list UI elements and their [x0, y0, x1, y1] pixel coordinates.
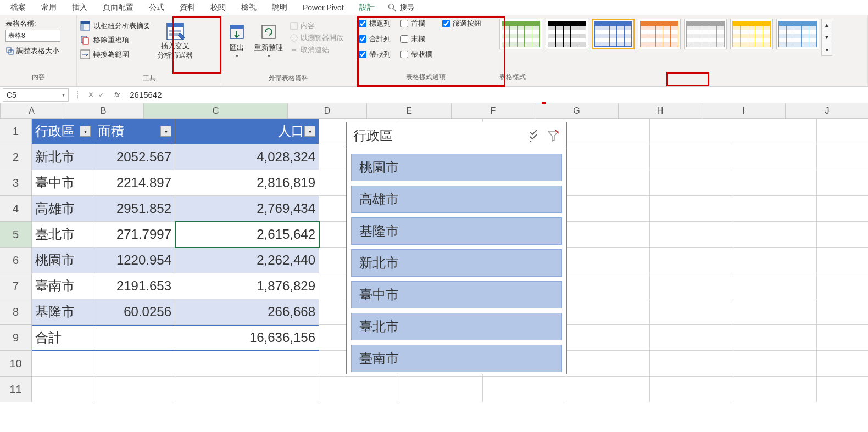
gallery-down-button[interactable]: ▼: [822, 31, 832, 43]
menu-home[interactable]: 常用: [34, 1, 64, 15]
row-header-9[interactable]: 9: [0, 325, 32, 351]
cell[interactable]: [817, 299, 868, 325]
cell[interactable]: [650, 119, 733, 144]
cell[interactable]: [650, 299, 733, 325]
cell[interactable]: [733, 144, 817, 170]
table-style-thumb[interactable]: [499, 19, 542, 49]
cell[interactable]: [817, 273, 868, 299]
cell[interactable]: [175, 351, 319, 377]
cell[interactable]: [566, 119, 650, 144]
menu-help[interactable]: 說明: [264, 1, 295, 15]
cell[interactable]: [566, 299, 650, 325]
cell-area[interactable]: 2214.897: [94, 170, 175, 196]
cell[interactable]: [566, 144, 650, 170]
table-style-thumb[interactable]: [546, 19, 588, 49]
cell[interactable]: [94, 351, 175, 377]
table-name-input[interactable]: 表格8: [5, 30, 60, 42]
column-header-D[interactable]: D: [288, 103, 367, 119]
menu-page-layout[interactable]: 頁面配置: [95, 1, 141, 15]
cell[interactable]: [650, 196, 733, 222]
column-header-B[interactable]: B: [63, 103, 144, 119]
column-header-A[interactable]: A: [1, 103, 63, 119]
cell-area[interactable]: 2951.852: [94, 196, 175, 222]
cell[interactable]: [733, 351, 817, 377]
cell[interactable]: [733, 273, 817, 299]
row-header-10[interactable]: 10: [0, 351, 32, 377]
cell[interactable]: [817, 325, 868, 351]
cell-total-area[interactable]: [94, 325, 175, 351]
cell[interactable]: [817, 248, 868, 273]
cell[interactable]: [817, 377, 868, 402]
resize-table-button[interactable]: 調整表格大小: [5, 46, 59, 56]
filter-button-checkbox[interactable]: 篩選按鈕: [442, 19, 481, 29]
slicer-item[interactable]: 高雄市: [351, 186, 562, 213]
cell[interactable]: [733, 196, 817, 222]
cell[interactable]: [650, 351, 733, 377]
table-header-population[interactable]: 人口▾: [175, 119, 319, 144]
column-header-F[interactable]: F: [452, 103, 535, 119]
name-box[interactable]: C5 ▾: [3, 88, 69, 102]
row-header-3[interactable]: 3: [0, 170, 32, 196]
cell[interactable]: [817, 351, 868, 377]
cell[interactable]: [398, 377, 483, 402]
first-col-checkbox[interactable]: 首欄: [400, 19, 432, 29]
cell[interactable]: [483, 377, 566, 402]
cell[interactable]: [817, 196, 868, 222]
cell-area[interactable]: 60.0256: [94, 299, 175, 325]
fx-icon[interactable]: fx: [109, 91, 125, 99]
cell-population[interactable]: 2,615,642: [175, 222, 319, 248]
cell[interactable]: [650, 377, 733, 402]
slicer-item[interactable]: 桃園市: [351, 154, 562, 181]
menu-power-pivot[interactable]: Power Pivot: [295, 1, 352, 14]
cell[interactable]: [817, 144, 868, 170]
cell[interactable]: [32, 377, 94, 402]
cell-population[interactable]: 4,028,324: [175, 144, 319, 170]
column-header-H[interactable]: H: [619, 103, 702, 119]
cell[interactable]: [319, 377, 398, 402]
cell[interactable]: [566, 325, 650, 351]
cell[interactable]: [733, 377, 817, 402]
cell[interactable]: [566, 170, 650, 196]
cell-area[interactable]: 2052.567: [94, 144, 175, 170]
column-header-I[interactable]: I: [702, 103, 786, 119]
slicer-panel[interactable]: 行政區 桃園市高雄市基隆市新北市臺中市臺北市臺南市: [346, 122, 567, 374]
cell[interactable]: [650, 325, 733, 351]
cell[interactable]: [566, 196, 650, 222]
row-header-2[interactable]: 2: [0, 144, 32, 170]
banded-cols-checkbox[interactable]: 帶狀欄: [400, 49, 432, 59]
filter-dropdown-icon[interactable]: ▾: [160, 126, 171, 137]
refresh-button[interactable]: 重新整理 ▾: [250, 18, 287, 64]
cell-population[interactable]: 2,816,819: [175, 170, 319, 196]
table-style-thumb[interactable]: [730, 19, 773, 49]
cell-region[interactable]: 新北市: [32, 144, 94, 170]
cell[interactable]: [733, 248, 817, 273]
row-header-6[interactable]: 6: [0, 248, 32, 273]
cell[interactable]: [175, 377, 319, 402]
search-box[interactable]: 搜尋: [388, 3, 414, 13]
cell-population[interactable]: 1,876,829: [175, 273, 319, 299]
row-header-11[interactable]: 11: [0, 377, 32, 402]
cell[interactable]: [650, 248, 733, 273]
filter-dropdown-icon[interactable]: ▾: [304, 126, 315, 137]
cell-region[interactable]: 臺北市: [32, 222, 94, 248]
cell[interactable]: [733, 325, 817, 351]
cell-region[interactable]: 臺中市: [32, 170, 94, 196]
slicer-item[interactable]: 臺南市: [351, 345, 562, 372]
column-header-C[interactable]: C: [144, 103, 288, 119]
menu-design[interactable]: 設計: [352, 1, 382, 15]
cell-area[interactable]: 271.7997: [94, 222, 175, 248]
row-header-5[interactable]: 5: [0, 222, 32, 248]
menu-file[interactable]: 檔案: [3, 1, 34, 15]
row-header-1[interactable]: 1: [0, 119, 32, 144]
namebox-dropdown-icon[interactable]: ▾: [62, 92, 65, 98]
cell-population[interactable]: 2,262,440: [175, 248, 319, 273]
insert-slicer-button[interactable]: 插入交叉分析篩選器: [153, 18, 197, 64]
column-header-G[interactable]: G: [535, 103, 619, 119]
export-button[interactable]: 匯出 ▾: [224, 18, 250, 64]
table-style-thumb[interactable]: [592, 19, 635, 49]
enter-icon[interactable]: ✓: [98, 91, 104, 99]
convert-range-button[interactable]: 轉換為範圍: [80, 49, 151, 59]
banded-rows-checkbox[interactable]: 帶狀列: [359, 49, 391, 59]
cell-region[interactable]: 桃園市: [32, 248, 94, 273]
cell[interactable]: [650, 170, 733, 196]
